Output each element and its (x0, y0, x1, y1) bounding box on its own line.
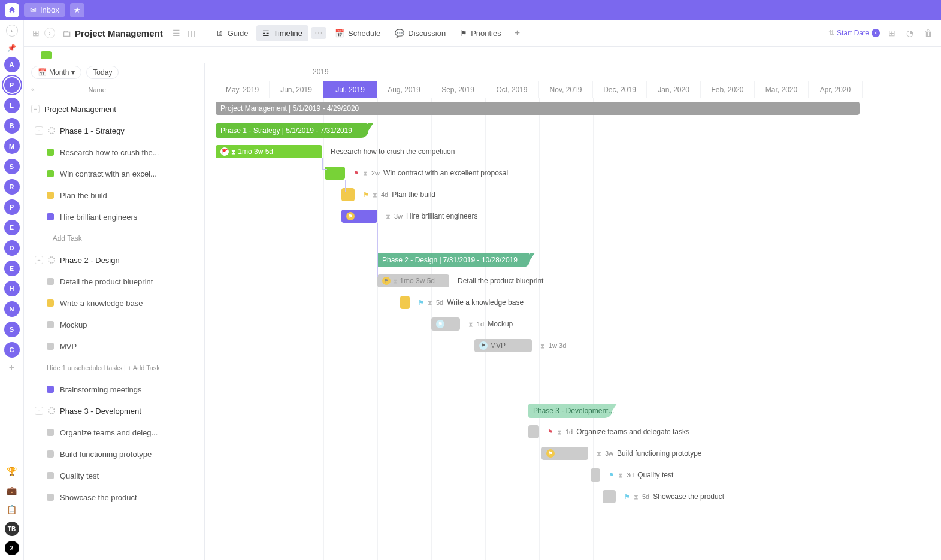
task-row[interactable]: Organize teams and deleg... (24, 422, 204, 443)
space-avatar-h[interactable]: H (4, 281, 20, 296)
app-logo-icon[interactable] (5, 3, 19, 17)
task-row[interactable]: Mockup (24, 314, 204, 335)
gantt-bar-task[interactable]: ⚑⧗5dShowcase the product (603, 490, 616, 503)
task-row[interactable]: Write a knowledge base (24, 292, 204, 314)
project-row[interactable]: − Project Management (24, 98, 204, 120)
gantt-bar-task[interactable]: ⚑ ⧗ 1mo 3w 5d Detail the product bluepri… (377, 274, 449, 287)
task-row[interactable]: Brainstorming meetings (24, 379, 204, 400)
month-cell[interactable]: Oct, 2019 (485, 81, 539, 98)
month-cell[interactable]: Aug, 2019 (377, 81, 431, 98)
task-row[interactable]: Quality test (24, 465, 204, 486)
board-icon[interactable]: ◫ (185, 26, 198, 40)
clipboard-icon[interactable]: 📋 (7, 505, 17, 514)
task-row[interactable]: Win contract with an excel... (24, 163, 204, 184)
column-more-button[interactable]: ⋯ (190, 86, 197, 93)
tab-guide[interactable]: 🗎Guide (210, 25, 255, 41)
gantt-bar-task[interactable]: ⚑⧗5dWrite a knowledge base (400, 296, 410, 309)
space-avatar-b[interactable]: B (4, 118, 20, 134)
space-avatar-s2[interactable]: S (4, 322, 20, 337)
task-row[interactable]: Detail the product blueprint (24, 271, 204, 292)
gantt-bar-task[interactable]: 🚩 ⧗ 1mo 3w 5d Research how to crush the … (216, 145, 322, 158)
month-cell[interactable]: May, 2019 (216, 81, 270, 98)
space-avatar-p[interactable]: P (4, 77, 20, 93)
phase3-row[interactable]: − Phase 3 - Development (24, 400, 204, 422)
space-avatar-a[interactable]: A (4, 57, 20, 72)
tab-timeline[interactable]: ☲Timeline (256, 25, 308, 41)
gantt-body[interactable]: Project Management | 5/1/2019 - 4/29/202… (205, 98, 941, 560)
space-avatar-n[interactable]: N (4, 301, 20, 317)
tab-schedule[interactable]: 📅Schedule (329, 25, 386, 41)
month-cell[interactable]: Feb, 2020 (701, 81, 755, 98)
expand-sidebar-button[interactable]: › (6, 25, 18, 37)
gantt-bar-phase2[interactable]: Phase 2 - Design | 7/31/2019 - 10/28/201… (377, 253, 530, 267)
space-avatar-s[interactable]: S (4, 159, 20, 174)
briefcase-icon[interactable]: 💼 (7, 486, 17, 495)
trophy-icon[interactable]: 🏆 (7, 467, 17, 476)
settings-icon[interactable]: ⊞ (886, 26, 898, 40)
month-cell[interactable]: Jun, 2019 (270, 81, 323, 98)
task-row[interactable]: Plan the build (24, 184, 204, 206)
gantt-bar-task[interactable]: ⚑⧗2wWin contract with an excellent propo… (325, 167, 345, 180)
forward-icon[interactable]: › (44, 28, 55, 38)
add-view-button[interactable]: + (510, 25, 525, 41)
gantt-bar-task[interactable]: ⚑ MVP ⧗1w 3d (474, 339, 532, 352)
tab-discussion[interactable]: 💬Discussion (389, 25, 452, 41)
task-row[interactable]: Research how to crush the... (24, 141, 204, 163)
close-icon[interactable]: × (872, 29, 880, 37)
space-avatar-p2[interactable]: P (4, 199, 20, 215)
month-cell[interactable]: Nov, 2019 (539, 81, 593, 98)
month-cell[interactable]: Jan, 2020 (647, 81, 701, 98)
space-avatar-r[interactable]: R (4, 179, 20, 195)
month-cell[interactable]: Jul, 2019 (323, 81, 377, 98)
gantt-bar-project[interactable]: Project Management | 5/1/2019 - 4/29/202… (216, 102, 860, 115)
gantt-bar-task[interactable]: ⚑⧗1dOrganize teams and delegate tasks (528, 425, 539, 438)
month-cell[interactable]: Mar, 2020 (755, 81, 809, 98)
automation-icon[interactable] (41, 51, 52, 59)
hide-text[interactable]: Hide 1 unscheduled tasks (47, 364, 122, 371)
task-row[interactable]: Hire brilliant engineers (24, 206, 204, 228)
gantt-bar-phase1[interactable]: Phase 1 - Strategy | 5/1/2019 - 7/31/201… (216, 123, 368, 138)
grid-icon[interactable]: ⊞ (30, 26, 42, 40)
start-date-filter[interactable]: ⇅ Start Date × (828, 29, 880, 37)
space-avatar-m[interactable]: M (4, 138, 20, 154)
space-avatar-l[interactable]: L (4, 98, 20, 113)
gantt-bar-phase3[interactable]: Phase 3 - Development... (528, 404, 612, 418)
tab-more-button[interactable]: ⋯ (311, 27, 326, 39)
add-task-inline[interactable]: + Add Task (128, 364, 160, 371)
space-avatar-c[interactable]: C (4, 342, 20, 358)
expand-icon[interactable]: − (35, 256, 43, 264)
scale-dropdown[interactable]: 📅 Month ▾ (31, 66, 81, 79)
project-title[interactable]: 🗀 Project Management (58, 28, 168, 38)
expand-icon[interactable]: − (31, 105, 40, 113)
delete-icon[interactable]: 🗑 (922, 26, 935, 40)
today-button[interactable]: Today (86, 66, 119, 79)
task-row[interactable]: Showcase the product (24, 486, 204, 508)
gantt-bar-task[interactable]: ⚑ ⧗3wHire brilliant engineers (341, 210, 377, 223)
month-cell[interactable]: Apr, 2020 (809, 81, 863, 98)
space-avatar-d[interactable]: D (4, 240, 20, 256)
phase1-row[interactable]: − Phase 1 - Strategy (24, 120, 204, 141)
collapse-all-button[interactable]: « (31, 86, 35, 93)
tab-priorities[interactable]: ⚑Priorities (454, 25, 507, 41)
phase2-row[interactable]: − Phase 2 - Design (24, 249, 204, 271)
add-space-button[interactable]: + (9, 362, 14, 373)
expand-icon[interactable]: − (35, 126, 43, 135)
gantt-bar-task[interactable]: ⚑⧗3dQuality test (591, 468, 600, 482)
task-row[interactable]: MVP (24, 335, 204, 357)
gantt-bar-task[interactable]: ⚑⧗4dPlan the build (341, 188, 355, 201)
favorite-button[interactable]: ★ (70, 3, 84, 17)
gantt-chart[interactable]: 2019 May, 2019 Jun, 2019 Jul, 2019 Aug, … (205, 63, 941, 560)
share-icon[interactable]: ◔ (904, 26, 916, 40)
add-task-button[interactable]: + Add Task (24, 228, 204, 249)
inbox-button[interactable]: ✉ Inbox (24, 3, 65, 17)
list-icon[interactable]: ☰ (170, 26, 183, 40)
gantt-bar-task[interactable]: ⚑ ⧗3wBuild functioning prototype (541, 447, 588, 460)
expand-icon[interactable]: − (35, 407, 43, 415)
space-avatar-e2[interactable]: E (4, 261, 20, 276)
month-cell[interactable]: Dec, 2019 (593, 81, 647, 98)
count-badge[interactable]: 2 (5, 541, 19, 555)
gantt-bar-task[interactable]: ⚑ ⧗1dMockup (431, 317, 460, 331)
tb-badge[interactable]: TB (5, 522, 19, 536)
space-avatar-e[interactable]: E (4, 220, 20, 235)
task-row[interactable]: Build functioning prototype (24, 443, 204, 465)
